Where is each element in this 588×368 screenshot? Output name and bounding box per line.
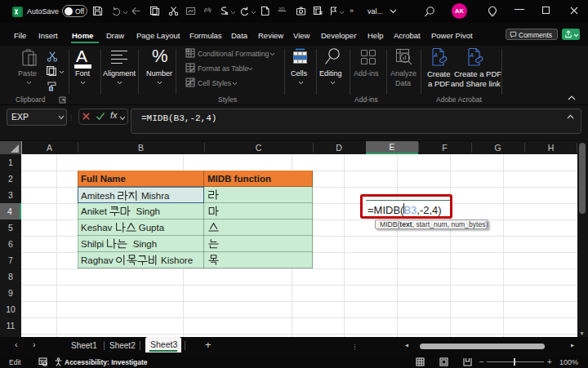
svg-text:ab: ab: [278, 6, 285, 11]
svg-text:A: A: [433, 52, 438, 58]
svg-text:ab: ab: [205, 7, 212, 12]
svg-text:A: A: [469, 52, 474, 58]
